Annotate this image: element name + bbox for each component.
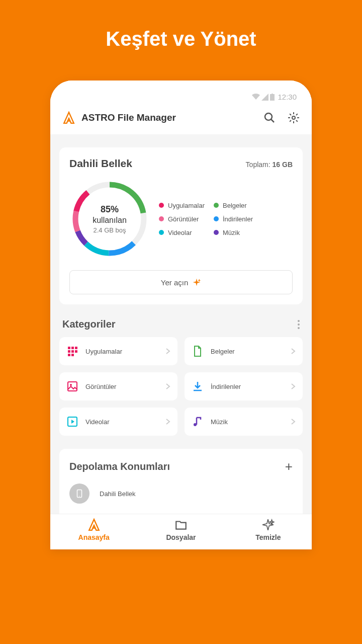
- categories-section: Kategoriler UygulamalarBelgelerGörüntüle…: [59, 318, 303, 436]
- category-item[interactable]: Müzik: [185, 408, 303, 436]
- apps-icon: [66, 345, 78, 357]
- svg-point-4: [292, 116, 295, 119]
- category-item[interactable]: Videolar: [59, 408, 177, 436]
- search-icon[interactable]: [263, 112, 276, 124]
- download-icon: [192, 380, 204, 392]
- sparkle-nav-icon: [261, 518, 275, 531]
- storage-card: Dahili Bellek Toplam: 16 GB: [59, 147, 303, 304]
- svg-rect-14: [75, 347, 77, 349]
- chevron-right-icon: [291, 348, 296, 355]
- svg-line-3: [271, 119, 274, 122]
- chevron-right-icon: [291, 383, 296, 390]
- legend-item: Görüntüler: [159, 215, 205, 223]
- nav-home[interactable]: Anasayfa: [50, 514, 137, 549]
- location-label: Dahili Bellek: [100, 490, 136, 498]
- folder-icon: [174, 518, 188, 531]
- category-label: İndirilenler: [211, 383, 284, 390]
- phone-icon: [69, 484, 89, 504]
- storage-legend: UygulamalarBelgelerGörüntülerİndirilenle…: [159, 202, 259, 236]
- free-up-button[interactable]: Yer açın: [69, 270, 293, 294]
- category-item[interactable]: Belgeler: [185, 337, 303, 365]
- document-icon: [192, 345, 204, 357]
- svg-rect-20: [68, 382, 77, 391]
- status-icons: [252, 94, 275, 101]
- category-item[interactable]: Görüntüler: [59, 372, 177, 400]
- svg-rect-18: [68, 354, 70, 356]
- category-item[interactable]: İndirilenler: [185, 372, 303, 400]
- svg-rect-1: [272, 94, 273, 95]
- storage-used-pct: 85% kullanılan: [89, 204, 130, 225]
- storage-total: Toplam: 16 GB: [246, 160, 293, 169]
- app-logo-icon: [62, 111, 75, 124]
- svg-point-21: [70, 384, 72, 386]
- legend-item: Müzik: [214, 229, 259, 236]
- svg-rect-16: [71, 350, 74, 353]
- phone-mockup: 12:30 ASTRO File Manager Dahili Bellek T…: [50, 80, 312, 549]
- signal-icon: [261, 94, 268, 101]
- category-label: Müzik: [211, 418, 284, 426]
- legend-item: Belgeler: [214, 202, 259, 209]
- image-icon: [66, 380, 78, 392]
- storage-free: 2.4 GB boş: [89, 226, 130, 234]
- sparkle-icon: [192, 278, 201, 287]
- chevron-right-icon: [165, 418, 170, 425]
- video-icon: [66, 416, 78, 428]
- categories-title: Kategoriler: [62, 318, 116, 330]
- locations-title: Depolama Konumları: [69, 461, 170, 472]
- status-bar: 12:30: [50, 80, 312, 104]
- storage-donut-chart: 85% kullanılan 2.4 GB boş: [69, 179, 150, 259]
- legend-item: Uygulamalar: [159, 202, 205, 209]
- svg-point-2: [265, 113, 272, 120]
- svg-point-25: [79, 496, 80, 497]
- gear-icon[interactable]: [288, 112, 300, 124]
- chevron-right-icon: [165, 348, 170, 355]
- svg-rect-17: [75, 350, 77, 353]
- nav-clean[interactable]: Temizle: [225, 514, 312, 549]
- battery-icon: [270, 94, 275, 101]
- locations-card: Depolama Konumları + Dahili Bellek: [59, 449, 303, 514]
- svg-rect-12: [68, 347, 70, 349]
- category-label: Uygulamalar: [85, 348, 158, 355]
- hero-title: Keşfet ve Yönet: [0, 0, 362, 80]
- category-label: Belgeler: [211, 348, 284, 355]
- category-label: Videolar: [85, 418, 158, 426]
- svg-rect-0: [270, 94, 275, 101]
- category-label: Görüntüler: [85, 383, 158, 390]
- location-item[interactable]: Dahili Bellek: [69, 484, 293, 504]
- chevron-right-icon: [291, 418, 296, 425]
- app-title: ASTRO File Manager: [81, 112, 263, 123]
- app-bar: ASTRO File Manager: [50, 104, 312, 134]
- legend-item: Videolar: [159, 229, 205, 236]
- bottom-nav: Anasayfa Dosyalar Temizle: [50, 514, 312, 549]
- status-time: 12:30: [278, 93, 297, 101]
- svg-rect-19: [71, 354, 74, 356]
- music-icon: [192, 416, 204, 428]
- svg-rect-13: [71, 347, 74, 349]
- home-nav-icon: [87, 518, 101, 531]
- nav-files[interactable]: Dosyalar: [137, 514, 224, 549]
- svg-rect-15: [68, 350, 70, 353]
- kebab-icon[interactable]: [298, 320, 300, 329]
- wifi-icon: [252, 94, 260, 101]
- legend-item: İndirilenler: [214, 215, 259, 223]
- add-location-button[interactable]: +: [285, 459, 293, 474]
- storage-title: Dahili Bellek: [69, 157, 132, 170]
- category-item[interactable]: Uygulamalar: [59, 337, 177, 365]
- chevron-right-icon: [165, 383, 170, 390]
- svg-point-23: [194, 423, 197, 426]
